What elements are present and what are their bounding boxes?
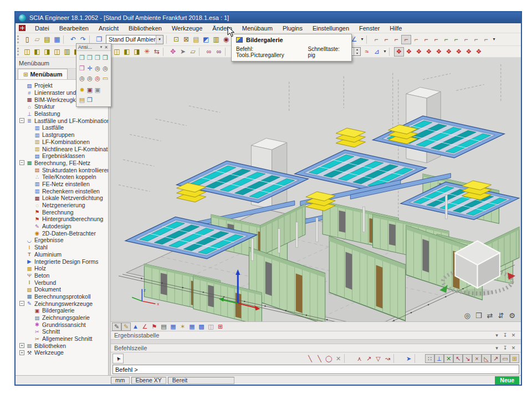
tree-item[interactable]: Ψ Beton bbox=[18, 272, 108, 279]
snap-intersection-icon[interactable]: ✕ bbox=[444, 354, 453, 363]
view-palette[interactable]: Ansi... ▾ ✕ ❒❒❒❒❒✛◎◎◎◎◎▭✸▣▣▤❐ bbox=[76, 43, 111, 107]
tree-item[interactable]: ▥ FE-Netz einstellen bbox=[18, 181, 108, 188]
tree-item[interactable]: − ✎ Zeichnungswerkzeuge bbox=[18, 300, 108, 307]
tree-item[interactable]: Ⅰ Verbund bbox=[18, 279, 108, 286]
close-icon[interactable]: ✕ bbox=[509, 345, 518, 351]
view-dir-1-icon[interactable]: ⌐ bbox=[371, 35, 381, 44]
tree-item[interactable]: ✎ Autodesign bbox=[18, 223, 108, 230]
zoom-all-icon[interactable]: ◎ bbox=[86, 74, 94, 83]
tree-item[interactable]: ▤ Zeichnungsgalerie bbox=[18, 314, 108, 321]
tree-item[interactable]: T Aluminium bbox=[18, 251, 108, 258]
tree-item[interactable]: − ▦ Berechnung, FE-Netz bbox=[18, 160, 108, 167]
tree-item[interactable]: ▥ Rechenkern einstellen bbox=[18, 187, 108, 195]
view-dir-2-icon[interactable]: ⌐ bbox=[381, 35, 391, 44]
chevron-down-icon[interactable]: ▾ bbox=[493, 332, 501, 338]
menu-item[interactable]: Hilfe bbox=[385, 23, 407, 33]
tree-item[interactable]: ▥ Lastfälle bbox=[18, 124, 108, 131]
menu-item[interactable]: Bibliotheken bbox=[124, 23, 167, 33]
command-panel-header[interactable]: Befehlszeile ▾ ↧ ✕ bbox=[111, 344, 521, 352]
toolbar-icon[interactable] bbox=[389, 48, 393, 56]
project-combo[interactable]: Stand Duif Ambier ▾ bbox=[106, 35, 163, 44]
units-segment[interactable]: mm bbox=[111, 377, 130, 384]
tree-item[interactable]: ⊥ Belastung bbox=[18, 110, 108, 117]
menu-item[interactable]: Einstellungen bbox=[308, 23, 354, 33]
tree-item[interactable]: + ⚒ Werkzeuge bbox=[18, 349, 108, 356]
view-dir-3-icon[interactable]: ⌐ bbox=[391, 35, 401, 44]
snap-off-icon[interactable]: ✕ bbox=[334, 354, 343, 363]
toolbar-icon[interactable] bbox=[89, 35, 93, 44]
save-icon[interactable]: ▦ bbox=[52, 35, 62, 44]
tree-item[interactable]: Ⅰ Stahl bbox=[18, 244, 108, 251]
tree-item[interactable]: ▤ Ergebnisklassen bbox=[18, 152, 108, 160]
picture2-icon[interactable]: ▣ bbox=[94, 85, 101, 94]
tree-item[interactable]: ◡ Ergebnisse bbox=[18, 237, 108, 244]
save-db-icon[interactable]: ▤ bbox=[42, 35, 52, 44]
zoom-window-icon[interactable]: ◎ bbox=[78, 74, 86, 83]
toolbar-icon[interactable] bbox=[225, 48, 229, 56]
zoom-in-icon[interactable]: ◎ bbox=[94, 64, 101, 73]
link-a-icon[interactable]: ∞ bbox=[204, 47, 214, 57]
paste-project-icon[interactable]: ⊠ bbox=[181, 35, 191, 44]
view-dir-10-icon[interactable]: ⌐ bbox=[461, 35, 471, 44]
expand-box-icon[interactable]: + bbox=[19, 343, 24, 348]
expand-box-icon[interactable]: − bbox=[19, 301, 24, 306]
new-icon[interactable]: ▯ bbox=[22, 35, 32, 44]
toolbar-icon[interactable] bbox=[366, 35, 370, 44]
grid-view-icon[interactable]: ▦ bbox=[168, 323, 178, 331]
tree-item[interactable]: ⚑ Berechnung bbox=[18, 208, 108, 216]
tree-item[interactable]: ▦ Lokale Netzverdichtung bbox=[18, 195, 108, 202]
link-b-icon[interactable]: ∞ bbox=[214, 47, 224, 57]
tree-item[interactable]: + ▤ Bibliotheken bbox=[18, 342, 108, 349]
view-dir-11-icon[interactable]: ⌐ bbox=[471, 35, 481, 44]
title-bar[interactable]: SCIA Engineer 18.1.2052 - [Stand Duif Am… bbox=[16, 12, 521, 23]
load-display-5-icon[interactable]: ❖ bbox=[434, 47, 444, 57]
nav-swap-icon[interactable]: ⇄ bbox=[487, 311, 493, 320]
snap-box-icon[interactable]: ▭ bbox=[500, 354, 510, 363]
snap-tangent-icon[interactable]: ↗ bbox=[491, 354, 500, 363]
view-side-icon[interactable]: ❒ bbox=[94, 54, 101, 63]
table-view-icon[interactable]: ⊞ bbox=[216, 323, 225, 331]
pin-icon[interactable]: ↧ bbox=[501, 332, 509, 338]
filter-model-icon[interactable]: ◧ bbox=[122, 47, 132, 57]
snap-cursor-icon[interactable]: ➤ bbox=[404, 354, 413, 363]
layers-view-icon[interactable]: ▤ bbox=[159, 323, 168, 331]
hatch-view-icon[interactable]: ▩ bbox=[197, 323, 206, 331]
tree-item[interactable]: ▣ Bildergalerie bbox=[18, 307, 108, 314]
filter-members-icon[interactable]: ◧ bbox=[32, 47, 42, 57]
tree-item[interactable]: ◉ 2D-Daten-Betrachter bbox=[18, 229, 108, 237]
load-display-9-icon[interactable]: ❖ bbox=[474, 47, 484, 57]
palette-header[interactable]: Ansi... ▾ ✕ bbox=[76, 44, 111, 51]
toolbar-icon[interactable] bbox=[17, 35, 21, 43]
view-dir-12-icon[interactable]: ⌐ bbox=[481, 35, 491, 44]
tree-item[interactable]: ▥ LF-Kombinationen bbox=[18, 139, 108, 146]
flag-view-icon[interactable]: ⚑ bbox=[150, 323, 159, 331]
tree-item[interactable]: ▤ Dokument bbox=[18, 286, 108, 293]
pin-icon[interactable]: ↧ bbox=[501, 345, 509, 351]
snap-ortho-icon[interactable]: ⟂ bbox=[434, 354, 444, 363]
snap-line-icon[interactable]: ╲ bbox=[305, 354, 315, 363]
tree-item[interactable]: − ≣ Lastfälle und LF-Kombinationen bbox=[18, 117, 108, 124]
toolbar-icon[interactable] bbox=[199, 48, 203, 56]
tree-item[interactable]: ▦ Berechnungsprotokoll bbox=[18, 293, 108, 300]
toolbar-icon[interactable] bbox=[166, 35, 170, 44]
command-input[interactable]: Befehl > bbox=[112, 365, 519, 374]
snap-line2-icon[interactable]: ╲ bbox=[315, 354, 324, 363]
tree-item[interactable]: ▤ Strukturdaten kontrollieren bbox=[18, 166, 108, 173]
redraw-icon[interactable]: ✎ bbox=[112, 323, 121, 331]
combo-arrow-icon[interactable]: ▾ bbox=[156, 35, 163, 44]
tree-item[interactable]: ∴ Teile/Knoten koppeln bbox=[18, 173, 108, 181]
select-invert-icon[interactable]: ⇆ bbox=[152, 47, 162, 57]
snap-vector-icon[interactable]: ↗ bbox=[364, 354, 374, 363]
tree-item[interactable]: ✂ Schnitt bbox=[18, 328, 108, 335]
tree-item[interactable]: ⚑ Hintergrundberechnung bbox=[18, 216, 108, 223]
filter-supports-icon[interactable]: ◫ bbox=[52, 47, 62, 57]
tab-menubaum[interactable]: ⊞ Menübaum bbox=[18, 69, 68, 79]
3d-viewport[interactable]: z x bbox=[111, 58, 521, 321]
menu-item[interactable]: Bearbeiten bbox=[54, 23, 94, 33]
redo-icon[interactable]: ↷ bbox=[78, 35, 88, 44]
clip-box-icon[interactable]: ▭ bbox=[101, 74, 109, 83]
document-icon[interactable]: ▤ bbox=[78, 96, 86, 105]
nav-layers-icon[interactable]: ⇵ bbox=[498, 311, 504, 320]
copy-project-icon[interactable]: ⊡ bbox=[171, 35, 181, 44]
view-front-icon[interactable]: ❒ bbox=[86, 54, 94, 63]
